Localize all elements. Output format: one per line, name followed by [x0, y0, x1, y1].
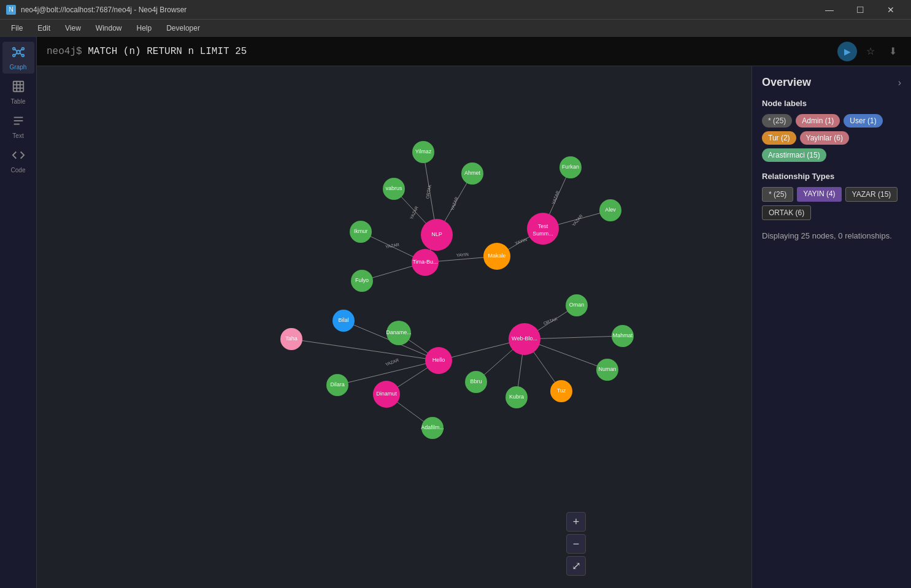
- svg-text:Mahmat: Mahmat: [613, 332, 633, 338]
- menu-help[interactable]: Help: [131, 22, 158, 34]
- run-button[interactable]: ▶: [837, 42, 857, 61]
- svg-point-3: [12, 54, 15, 56]
- label-tag-admin[interactable]: Admin (1): [796, 114, 840, 128]
- graph-icon: [12, 45, 25, 62]
- main-layout: Graph Table Text: [0, 37, 911, 588]
- svg-text:YAZAR: YAZAR: [385, 242, 400, 249]
- download-button[interactable]: ⬇: [884, 43, 901, 60]
- menubar: File Edit View Window Help Developer: [0, 20, 911, 37]
- sidebar-item-graph[interactable]: Graph: [2, 42, 34, 74]
- nodes-group: Yilmaz Ahmet Furkan Alev Ikmur vabrus Fu…: [280, 141, 634, 439]
- svg-text:Fulyo: Fulyo: [355, 277, 369, 283]
- query-area: neo4j$ MATCH (n) RETURN n LIMIT 25 ▶ ☆ ⬇: [37, 37, 911, 588]
- zoom-in-button[interactable]: +: [566, 512, 586, 532]
- rel-tag-yazar[interactable]: YAZAR (15): [845, 187, 898, 202]
- svg-text:Adafilm...: Adafilm...: [421, 424, 444, 430]
- menu-developer[interactable]: Developer: [160, 22, 206, 34]
- svg-text:ORTAK: ORTAK: [543, 316, 558, 326]
- panel-toggle[interactable]: ›: [898, 77, 901, 88]
- graph-canvas[interactable]: ORTAK YAZAR YAZAR YAZAR YAYIN YAYIN YAZA…: [37, 66, 751, 588]
- svg-text:ORTAK: ORTAK: [425, 184, 432, 199]
- sidebar-item-code[interactable]: Code: [2, 145, 34, 177]
- sidebar-label-text: Text: [12, 132, 23, 139]
- svg-text:Dinamut: Dinamut: [376, 391, 397, 397]
- query-prompt: neo4j$: [47, 46, 82, 57]
- label-tag-user[interactable]: User (1): [844, 114, 882, 128]
- svg-text:Taha: Taha: [285, 335, 298, 342]
- text-icon: [12, 114, 25, 131]
- titlebar: N neo4j@bolt://localhost:7687/neo4j - Ne…: [0, 0, 911, 20]
- rel-types-title: Relationship Types: [762, 172, 901, 181]
- svg-text:Summ...: Summ...: [532, 231, 553, 237]
- sidebar-label-table: Table: [11, 98, 26, 105]
- svg-line-7: [15, 52, 17, 55]
- query-display: neo4j$ MATCH (n) RETURN n LIMIT 25: [47, 46, 830, 57]
- svg-text:YAYIN: YAYIN: [456, 252, 469, 258]
- table-icon: [12, 80, 25, 96]
- menu-window[interactable]: Window: [90, 22, 128, 34]
- zoom-fit-button[interactable]: ⤢: [566, 556, 586, 576]
- svg-point-2: [21, 47, 24, 50]
- right-panel: Overview › Node labels * (25) Admin (1) …: [751, 66, 911, 588]
- svg-text:Furkan: Furkan: [562, 164, 579, 170]
- svg-text:Bilal: Bilal: [338, 317, 348, 323]
- sidebar-label-code: Code: [11, 167, 26, 174]
- rel-tag-yayin[interactable]: YAYIN (4): [797, 187, 841, 202]
- minimize-button[interactable]: —: [815, 0, 844, 20]
- rel-type-tags: * (25) YAYIN (4) YAZAR (15) ORTAK (6): [762, 187, 901, 220]
- svg-text:YAZAR: YAZAR: [409, 205, 419, 220]
- query-controls: ▶ ☆ ⬇: [837, 42, 901, 61]
- svg-text:Tuz: Tuz: [557, 388, 566, 394]
- svg-text:YAYIN: YAYIN: [515, 237, 528, 245]
- svg-text:vabrus: vabrus: [385, 185, 402, 191]
- graph-svg: ORTAK YAZAR YAZAR YAZAR YAYIN YAYIN YAZA…: [37, 66, 751, 588]
- label-tag-tur[interactable]: Tur (2): [762, 131, 796, 145]
- svg-text:YAZAR: YAZAR: [450, 196, 458, 211]
- svg-line-28: [291, 339, 439, 361]
- svg-text:Ikmur: Ikmur: [354, 228, 368, 234]
- zoom-out-button[interactable]: −: [566, 534, 586, 554]
- svg-text:Makale: Makale: [488, 253, 505, 259]
- label-tag-all[interactable]: * (25): [762, 114, 792, 128]
- app-icon: N: [6, 5, 16, 15]
- maximize-button[interactable]: ☐: [846, 0, 874, 20]
- svg-line-8: [19, 52, 21, 55]
- label-tag-arastirmaci[interactable]: Arastirmaci (15): [762, 148, 826, 162]
- svg-text:Tima-Bu...: Tima-Bu...: [412, 259, 437, 265]
- panel-header: Overview ›: [762, 76, 901, 89]
- svg-text:Numan: Numan: [598, 366, 616, 372]
- svg-text:Oman: Oman: [569, 302, 585, 308]
- panel-title: Overview: [762, 76, 811, 89]
- svg-text:Daname...: Daname...: [386, 329, 412, 335]
- rel-tag-ortak[interactable]: ORTAK (6): [762, 205, 811, 220]
- svg-text:Yilmaz: Yilmaz: [415, 148, 432, 155]
- close-button[interactable]: ✕: [877, 0, 905, 20]
- node-label-tags: * (25) Admin (1) User (1) Tur (2) Yayinl…: [762, 114, 901, 162]
- window-title: neo4j@bolt://localhost:7687/neo4j - Neo4…: [21, 6, 186, 14]
- svg-text:Bbru: Bbru: [470, 378, 482, 384]
- svg-text:Ahmet: Ahmet: [464, 170, 481, 176]
- svg-line-5: [15, 49, 17, 52]
- svg-line-6: [19, 49, 21, 52]
- menu-edit[interactable]: Edit: [31, 22, 56, 34]
- menu-view[interactable]: View: [59, 22, 87, 34]
- svg-text:Hello: Hello: [432, 357, 445, 363]
- query-bar: neo4j$ MATCH (n) RETURN n LIMIT 25 ▶ ☆ ⬇: [37, 37, 911, 66]
- label-tag-yayinlar[interactable]: Yayinlar (6): [800, 131, 849, 145]
- node-labels-title: Node labels: [762, 99, 901, 108]
- window-controls[interactable]: — ☐ ✕: [815, 0, 905, 20]
- svg-text:NLP: NLP: [431, 231, 442, 237]
- sidebar-item-text[interactable]: Text: [2, 110, 34, 142]
- svg-text:Dilara: Dilara: [330, 381, 345, 388]
- info-text: Displaying 25 nodes, 0 relationships.: [762, 230, 901, 242]
- left-sidebar: Graph Table Text: [0, 37, 37, 588]
- sidebar-item-table[interactable]: Table: [2, 76, 34, 108]
- svg-text:Web-Blo...: Web-Blo...: [512, 335, 537, 342]
- svg-point-4: [21, 54, 24, 56]
- menu-file[interactable]: File: [5, 22, 29, 34]
- favorite-button[interactable]: ☆: [862, 43, 879, 60]
- svg-text:Alev: Alev: [605, 207, 616, 213]
- svg-text:Test: Test: [538, 223, 548, 229]
- svg-text:Kubra: Kubra: [509, 394, 524, 400]
- rel-tag-all[interactable]: * (25): [762, 187, 793, 202]
